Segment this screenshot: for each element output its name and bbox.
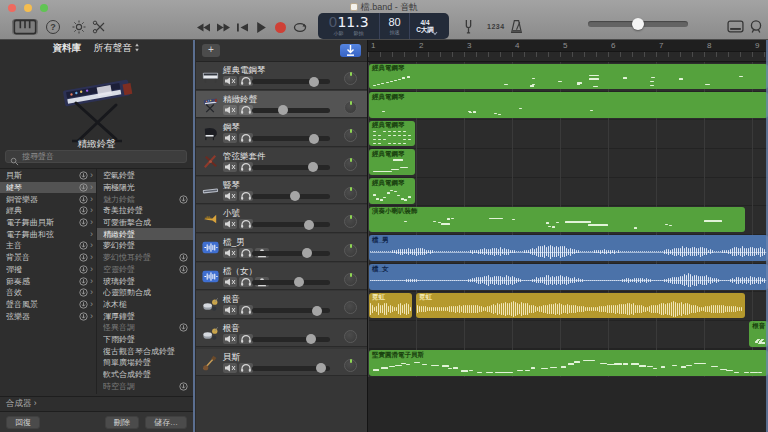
sound-item[interactable]: 心靈顫動合成: [97, 287, 193, 299]
solo-button[interactable]: [239, 76, 253, 86]
region[interactable]: 演奏小喇叭裝飾: [369, 207, 745, 233]
track-header-row[interactable]: 鋼琴: [196, 119, 367, 147]
track-header-row[interactable]: 小號: [196, 205, 367, 233]
sound-item[interactable]: 時空音調: [97, 380, 193, 392]
download-icon[interactable]: [79, 218, 88, 227]
solo-button[interactable]: [239, 277, 253, 287]
category-item[interactable]: 銅管樂器›: [0, 193, 96, 205]
volume-knob[interactable]: [290, 191, 300, 201]
track-volume-slider[interactable]: [252, 222, 330, 227]
loop-browser-icon[interactable]: [749, 19, 763, 34]
region[interactable]: 檔_男: [369, 235, 768, 261]
download-icon[interactable]: [79, 277, 88, 286]
sound-filter-dropdown[interactable]: 所有聲音: [94, 42, 132, 53]
category-item[interactable]: 電子舞曲和弦›: [0, 228, 96, 240]
track-volume-slider[interactable]: [252, 136, 330, 141]
sound-item[interactable]: 復古觀音琴合成鈴聲: [97, 345, 193, 357]
mute-button[interactable]: [223, 277, 237, 287]
track-volume-slider[interactable]: [252, 108, 330, 113]
sound-item[interactable]: 渾厚鐘聲: [97, 310, 193, 322]
tuning-fork-icon[interactable]: [463, 19, 474, 34]
volume-knob[interactable]: [306, 334, 316, 344]
category-item[interactable]: 主音›: [0, 240, 96, 252]
pan-knob[interactable]: [344, 101, 357, 114]
category-item[interactable]: 音效›: [0, 287, 96, 299]
region[interactable]: 堅實圓滑電子貝斯: [369, 350, 768, 376]
chevron-down-icon[interactable]: [432, 22, 438, 28]
download-icon[interactable]: [79, 195, 88, 204]
track-volume-slider[interactable]: [252, 194, 330, 199]
track-header-row[interactable]: 管弦樂套件: [196, 148, 367, 176]
metronome-button[interactable]: [510, 19, 523, 34]
sound-item[interactable]: 可愛衝擊合成: [97, 217, 193, 229]
scissors-icon[interactable]: [92, 20, 106, 34]
sound-item[interactable]: 下雨鈴聲: [97, 334, 193, 346]
sound-item[interactable]: 空靈鈴聲: [97, 264, 193, 276]
region[interactable]: 霓虹: [416, 293, 745, 319]
play-button[interactable]: [256, 21, 267, 34]
mute-button[interactable]: [223, 305, 237, 315]
bar-ruler[interactable]: 123456789: [368, 40, 768, 52]
download-icon[interactable]: [179, 253, 188, 262]
sound-item[interactable]: 魅力鈴鐺: [97, 193, 193, 205]
pan-knob[interactable]: [344, 301, 357, 314]
track-header-row[interactable]: 精緻鈴聲: [196, 91, 367, 119]
solo-button[interactable]: [239, 305, 253, 315]
category-item[interactable]: 彈撥›: [0, 264, 96, 276]
track-header-row[interactable]: 豎琴: [196, 177, 367, 205]
sound-item[interactable]: 玻璃鈴聲: [97, 275, 193, 287]
mute-button[interactable]: [223, 219, 237, 229]
category-item[interactable]: 節奏感›: [0, 275, 96, 287]
sound-item[interactable]: 軟式合成鈴聲: [97, 369, 193, 381]
download-icon[interactable]: [79, 171, 88, 180]
sound-item[interactable]: 精緻鈴聲: [97, 228, 193, 240]
volume-knob[interactable]: [632, 18, 644, 30]
sound-item[interactable]: 怪異音調: [97, 322, 193, 334]
category-item[interactable]: 經典›: [0, 205, 96, 217]
pan-knob[interactable]: [344, 215, 357, 228]
volume-knob[interactable]: [309, 134, 319, 144]
rewind-button[interactable]: [196, 22, 211, 33]
download-icon[interactable]: [79, 241, 88, 250]
volume-knob[interactable]: [312, 306, 322, 316]
pan-knob[interactable]: [344, 129, 357, 142]
solo-button[interactable]: [239, 219, 253, 229]
sound-item[interactable]: 夢幻悅耳鈴聲: [97, 252, 193, 264]
track-volume-slider[interactable]: [252, 165, 330, 170]
download-icon[interactable]: [179, 265, 188, 274]
delete-button[interactable]: 刪除: [105, 416, 139, 429]
volume-knob[interactable]: [294, 277, 304, 287]
solo-button[interactable]: [239, 363, 253, 373]
download-icon[interactable]: [79, 183, 88, 192]
pan-knob[interactable]: [344, 158, 357, 171]
download-icon[interactable]: [79, 206, 88, 215]
volume-knob[interactable]: [316, 363, 326, 373]
region[interactable]: 經典電鋼琴: [369, 149, 415, 175]
mute-button[interactable]: [223, 162, 237, 172]
track-header-row[interactable]: 貝斯: [196, 349, 367, 377]
smart-controls-icon[interactable]: [727, 20, 744, 33]
track-volume-slider[interactable]: [252, 280, 330, 285]
region[interactable]: 經典電鋼琴: [369, 178, 415, 204]
master-volume-slider[interactable]: [588, 21, 688, 27]
pan-knob[interactable]: [344, 273, 357, 286]
region[interactable]: 經典電鋼琴: [369, 92, 768, 118]
volume-knob[interactable]: [278, 105, 288, 115]
lcd-display[interactable]: 011.3 小節節拍 80 拍速 4/4 C大調: [318, 13, 449, 39]
region[interactable]: 經典電鋼琴: [369, 121, 415, 147]
mute-button[interactable]: [223, 105, 237, 115]
pan-knob[interactable]: [344, 187, 357, 200]
download-icon[interactable]: [179, 323, 188, 332]
category-item[interactable]: 電子舞曲貝斯›: [0, 217, 96, 229]
mute-button[interactable]: [223, 133, 237, 143]
volume-knob[interactable]: [308, 162, 318, 172]
download-icon[interactable]: [79, 288, 88, 297]
track-header-row[interactable]: 檔_男: [196, 234, 367, 262]
help-button[interactable]: ?: [46, 20, 60, 34]
sound-item[interactable]: 簡單廣場鈴聲: [97, 357, 193, 369]
sound-item[interactable]: 夢幻鈴聲: [97, 240, 193, 252]
mute-button[interactable]: [223, 191, 237, 201]
add-track-button[interactable]: +: [202, 44, 220, 57]
solo-button[interactable]: [239, 133, 253, 143]
region[interactable]: 經典電鋼琴: [369, 64, 768, 90]
